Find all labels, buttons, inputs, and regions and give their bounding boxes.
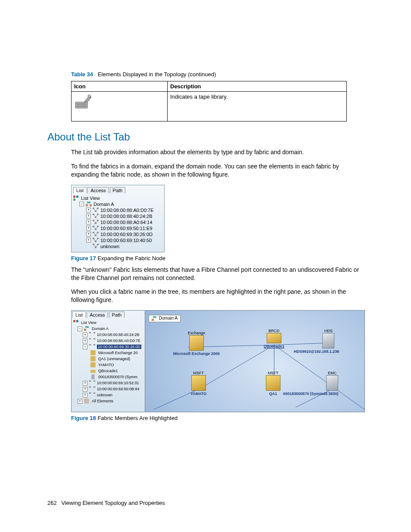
- tree-item[interactable]: + 10:00:00:60:69:50:11:E9: [73, 225, 162, 231]
- topology-node-emc[interactable]: EMC 000183500570 (Symm48:3830): [326, 371, 339, 396]
- topology-node-yamato[interactable]: MSFT YAMATO: [190, 371, 206, 396]
- tree-item[interactable]: + 10:00:00:60:69:30:26:0D: [73, 231, 162, 237]
- tabs: List Access Path: [72, 185, 164, 193]
- tree-root[interactable]: List View: [73, 195, 162, 201]
- svg-rect-22: [95, 223, 97, 224]
- section-title: About the List Tab: [47, 131, 364, 143]
- page-footer: 262 Viewing Element Topology and Propert…: [47, 500, 165, 506]
- table-caption: Table 34 Elements Displayed in the Topol…: [71, 71, 364, 78]
- expand-icon[interactable]: +: [83, 387, 87, 392]
- fabric-icon: [93, 244, 99, 249]
- fabric-icon: [89, 344, 95, 349]
- svg-rect-2: [76, 106, 87, 107]
- svg-rect-55: [90, 350, 96, 355]
- svg-rect-27: [95, 229, 97, 230]
- switch-icon: [267, 333, 281, 343]
- node-label: HDS9910@192.168.1.236: [294, 349, 339, 354]
- paragraph: The List tab provides information about …: [71, 148, 364, 156]
- tree-item[interactable]: YAMATO: [73, 362, 143, 368]
- svg-rect-47: [85, 326, 89, 328]
- fabric-icon: [93, 232, 99, 237]
- svg-line-38: [93, 239, 96, 241]
- tree-domain[interactable]: − Domain A: [73, 201, 162, 207]
- figure-18-topology-pane[interactable]: Domain A Exchange Microsoft Exchange 200…: [145, 311, 364, 412]
- tree-label: YAMATO: [98, 363, 114, 367]
- tree-label: 10:00:08:00:88:A0:64:14: [100, 220, 153, 225]
- expand-icon[interactable]: +: [78, 399, 82, 404]
- paragraph: The "unknown" Fabric lists elements that…: [71, 266, 364, 282]
- expand-icon[interactable]: +: [83, 333, 87, 337]
- svg-rect-31: [97, 232, 99, 233]
- figure-18-panel: List Access Path List View − Domain A +1…: [71, 310, 365, 412]
- tree-item[interactable]: + 10:00:08:00:88:A0:64:14: [73, 219, 162, 225]
- tree-item[interactable]: +10:00:00:60:69:50:0B:84: [73, 386, 143, 392]
- tree-label: 10:00:00:60:69:10:40:50: [100, 238, 152, 243]
- expand-icon[interactable]: +: [86, 220, 91, 224]
- tree-item[interactable]: QA1 (unmanaged): [73, 356, 143, 362]
- tree-item[interactable]: Microsoft Exchange 20: [73, 350, 143, 356]
- expand-icon[interactable]: +: [83, 381, 87, 386]
- svg-rect-20: [93, 220, 94, 221]
- tab-path[interactable]: Path: [109, 311, 125, 318]
- node-tag: MSFT: [266, 371, 280, 375]
- tree-item[interactable]: 000183500570 (Symm: [73, 374, 143, 380]
- tab-access[interactable]: Access: [87, 311, 108, 318]
- svg-rect-36: [97, 238, 99, 239]
- tree-label: Domain A: [93, 202, 114, 207]
- collapse-icon[interactable]: −: [83, 345, 87, 349]
- collapse-icon[interactable]: −: [78, 327, 82, 331]
- figure-18-tree-pane: List Access Path List View − Domain A +1…: [72, 311, 145, 412]
- expand-icon[interactable]: +: [83, 393, 87, 398]
- tab-list[interactable]: List: [72, 311, 86, 318]
- tree-label: 10:00:08:00:88:40:24:2B: [100, 214, 153, 219]
- tree-item[interactable]: + 10:00:08:00:88:40:24:2B: [73, 213, 162, 219]
- fabric-icon: [93, 226, 99, 231]
- tree-domain[interactable]: − Domain A: [73, 326, 143, 332]
- tab-list[interactable]: List: [73, 187, 87, 193]
- svg-line-24: [96, 221, 98, 223]
- svg-rect-49: [89, 332, 91, 333]
- tree-label: 10:00:00:60:69:50:11:E9: [100, 226, 153, 231]
- tab-access[interactable]: Access: [87, 187, 109, 193]
- tree-item[interactable]: + 10:00:00:60:69:10:40:50: [73, 237, 162, 243]
- svg-rect-9: [90, 204, 92, 206]
- svg-line-29: [96, 227, 98, 229]
- expand-icon[interactable]: +: [86, 208, 91, 212]
- tree-item-selected[interactable]: −10:00:00:60:69:30:26:0D: [73, 344, 143, 350]
- expand-icon[interactable]: +: [86, 238, 91, 243]
- topology-node-brocade[interactable]: BRCD QBrocade1: [264, 329, 284, 348]
- tree-label: All Elements: [92, 399, 113, 403]
- tree-item[interactable]: unknown: [73, 243, 162, 249]
- svg-rect-1: [76, 103, 87, 105]
- tree-item[interactable]: +All Elements: [73, 398, 143, 404]
- tree-item[interactable]: +10:00:08:00:88:40:24:2B: [73, 332, 143, 338]
- fabric-icon: [89, 386, 95, 392]
- figure-label: Figure 18: [71, 415, 96, 421]
- server-icon: [90, 356, 97, 361]
- expand-icon[interactable]: +: [86, 214, 91, 218]
- tree-label: 10:00:08:00:88:A0:D0:7E: [97, 339, 140, 343]
- tree-item[interactable]: +10:00:00:60:69:10:52:31: [73, 380, 143, 386]
- topology-node-exchange[interactable]: Exchange Microsoft Exchange 2000: [173, 331, 220, 356]
- tree-item[interactable]: + 10:00:08:00:88:A0:D0:7E: [73, 207, 162, 213]
- svg-rect-52: [93, 338, 95, 339]
- tree-item[interactable]: +10:00:08:00:88:A0:D0:7E: [73, 338, 143, 344]
- storage-icon: [326, 375, 338, 391]
- all-elements-icon: [84, 398, 90, 404]
- topology-node-hds[interactable]: HDS HDS9910@192.168.1.236: [318, 329, 339, 354]
- fabric-icon: [89, 338, 95, 343]
- tree-root[interactable]: List View: [73, 320, 143, 326]
- tab-path[interactable]: Path: [110, 187, 126, 193]
- svg-rect-21: [97, 220, 99, 221]
- svg-rect-35: [93, 238, 94, 239]
- collapse-icon[interactable]: −: [79, 202, 84, 206]
- expand-icon[interactable]: +: [86, 232, 91, 236]
- svg-line-19: [96, 215, 98, 217]
- expand-icon[interactable]: +: [86, 226, 91, 230]
- expand-icon[interactable]: +: [83, 339, 87, 343]
- topology-node-qa1[interactable]: MSFT QA1: [266, 371, 280, 396]
- svg-line-23: [93, 221, 96, 223]
- svg-rect-10: [93, 208, 94, 209]
- tree-item[interactable]: +unknown: [73, 392, 143, 398]
- tree-item[interactable]: QBrocade1: [73, 368, 143, 374]
